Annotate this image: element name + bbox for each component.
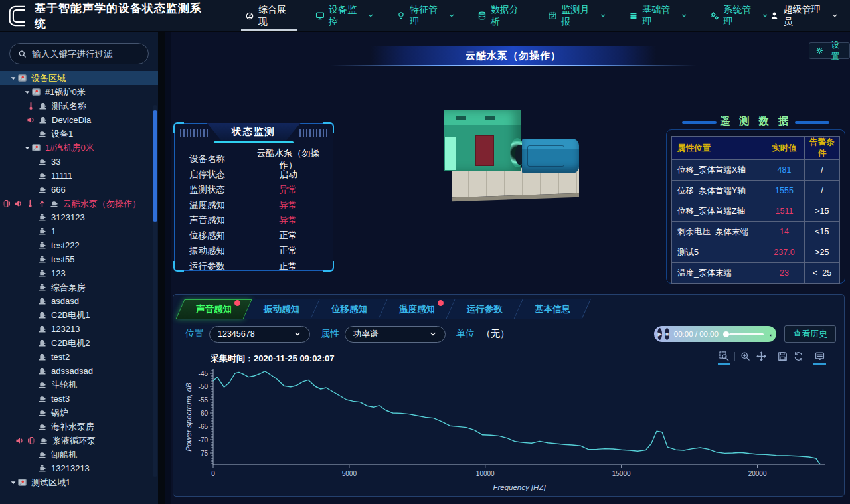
- tree-item-label: #1锅炉0米: [45, 86, 86, 98]
- caret-down-icon[interactable]: [23, 144, 31, 152]
- telemetry-row: 温度_泵体末端23<=25: [672, 263, 840, 284]
- tab-基本信息[interactable]: 基本信息: [514, 299, 590, 319]
- zoom-box-icon[interactable]: [719, 351, 730, 362]
- nav-item-6[interactable]: 系统管理: [709, 0, 770, 32]
- tree-item-asdasd[interactable]: asdasd: [0, 294, 158, 308]
- nav-item-5[interactable]: 基础管理: [628, 0, 689, 32]
- sidebar-scrollbar[interactable]: [153, 110, 157, 222]
- save-icon[interactable]: [777, 351, 788, 362]
- tree-item-666[interactable]: 666: [0, 183, 158, 197]
- tree-item-label: 1: [51, 226, 56, 236]
- volume-icon[interactable]: [769, 329, 773, 339]
- play-button[interactable]: ▶: [657, 328, 662, 340]
- status-value: 正常: [253, 230, 323, 242]
- nav-item-3[interactable]: 数据分析: [476, 0, 527, 32]
- tree-item-label: 13213213: [51, 463, 90, 473]
- chart-toolbar: [719, 351, 825, 362]
- audio-player: ▶ ■ 00:00 / 00:00: [654, 326, 776, 342]
- tree-item-#1锅炉0米[interactable]: #1锅炉0米: [0, 85, 158, 99]
- svg-text:20000: 20000: [748, 470, 767, 477]
- status-label: 设备名称: [189, 153, 253, 165]
- tree-item-11111[interactable]: 11111: [0, 169, 158, 183]
- layers-icon: [629, 11, 638, 21]
- settings-button[interactable]: 设置: [809, 42, 850, 59]
- tree-item-test55[interactable]: test55: [0, 252, 158, 266]
- svg-text:-65: -65: [199, 423, 209, 430]
- sensing-tabs: 声音感知振动感知位移感知温度感知运行参数基本信息: [180, 299, 586, 319]
- tree-item-浆液循环泵[interactable]: 浆液循环泵: [0, 434, 158, 448]
- tree-item-3123123[interactable]: 3123123: [0, 210, 158, 224]
- tree-item-123[interactable]: 123: [0, 266, 158, 280]
- svg-text:Power spectrum, dB: Power spectrum, dB: [185, 382, 193, 452]
- tree-item-label: 海补水泵房: [51, 421, 94, 433]
- bulb-icon: [396, 11, 406, 21]
- telemetry-row: 位移_泵体首端X轴481/: [672, 160, 840, 181]
- status-row: 位移感知正常: [189, 228, 323, 243]
- tree-search-input[interactable]: [32, 49, 140, 59]
- nav-item-0[interactable]: 综合展现: [244, 0, 294, 32]
- stop-button[interactable]: ■: [665, 328, 669, 340]
- tree-item-label: 666: [51, 185, 66, 195]
- tab-位移感知[interactable]: 位移感知: [311, 299, 387, 319]
- volume-slider[interactable]: [723, 331, 764, 337]
- thermometer-icon: [25, 199, 35, 209]
- tree-item-DeviceDia[interactable]: DeviceDia: [0, 113, 158, 127]
- tree-item-1[interactable]: 1: [0, 224, 158, 238]
- tree-item-海补水泵房[interactable]: 海补水泵房: [0, 420, 158, 434]
- tree-item-卸船机[interactable]: 卸船机: [0, 448, 158, 462]
- chevron-down-icon: [762, 12, 768, 19]
- zoom-plus-icon[interactable]: [740, 351, 751, 362]
- monitor-icon: [315, 11, 325, 21]
- tree-item-13213213[interactable]: 13213213: [0, 462, 158, 475]
- view-history-button[interactable]: 查看历史: [784, 325, 836, 343]
- pump-3d-model[interactable]: [433, 101, 592, 207]
- tree-item-C2B电机1[interactable]: C2B电机1: [0, 308, 158, 322]
- tree-item-test222[interactable]: test222: [0, 238, 158, 252]
- caret-down-icon[interactable]: [23, 88, 31, 96]
- tree-item-C2B电机2[interactable]: C2B电机2: [0, 336, 158, 350]
- attribute-select[interactable]: 功率谱: [345, 326, 446, 343]
- tree-item-adssadsad[interactable]: adssadsad: [0, 364, 158, 378]
- tree-item-云酷水泵（勿操作）[interactable]: 云酷水泵（勿操作）: [0, 197, 158, 210]
- device-icon: [37, 157, 47, 167]
- nav-item-1[interactable]: 设备监控: [314, 0, 375, 32]
- nav-item-label: 监测月报: [561, 4, 596, 28]
- tree-item-锅炉[interactable]: 锅炉: [0, 406, 158, 420]
- nav-item-4[interactable]: 监测月报: [547, 0, 608, 32]
- nav-item-2[interactable]: 特征管理: [395, 0, 456, 32]
- tab-运行参数[interactable]: 运行参数: [446, 299, 523, 319]
- tab-温度感知[interactable]: 温度感知: [379, 299, 455, 319]
- tree-item-label: test2: [51, 352, 70, 362]
- tree-item-label: asdasd: [51, 296, 79, 306]
- caret-down-icon[interactable]: [9, 74, 17, 82]
- tree-item-测试区域1[interactable]: 测试区域1: [0, 475, 158, 489]
- tree-item-33[interactable]: 33: [0, 155, 158, 169]
- location-select[interactable]: 12345678: [209, 326, 310, 343]
- device-title: 云酷水泵（勿操作）: [466, 50, 561, 62]
- tree-item-设备区域[interactable]: 设备区域: [0, 71, 158, 85]
- unit-value: （无）: [481, 328, 509, 340]
- device-icon: [37, 226, 47, 236]
- tree-item-1#汽机房0米[interactable]: 1#汽机房0米: [0, 141, 158, 155]
- tab-声音感知[interactable]: 声音感知: [175, 299, 252, 319]
- tree-item-test2[interactable]: test2: [0, 350, 158, 364]
- tab-振动感知[interactable]: 振动感知: [243, 299, 319, 319]
- tooltip-icon[interactable]: [814, 351, 825, 362]
- tree-item-斗轮机[interactable]: 斗轮机: [0, 378, 158, 392]
- refresh-icon[interactable]: [793, 351, 804, 362]
- status-value: 异常: [253, 214, 323, 226]
- telemetry-row: 位移_泵体首端Z轴1511>15: [672, 201, 840, 222]
- location-value: 12345678: [218, 329, 294, 339]
- tree-item-综合泵房[interactable]: 综合泵房: [0, 280, 158, 294]
- tree-item-123213[interactable]: 123213: [0, 322, 158, 336]
- tree-search-box[interactable]: [9, 43, 149, 64]
- status-value: 云酷水泵（勿操作）: [253, 147, 323, 171]
- caret-down-icon[interactable]: [9, 479, 17, 487]
- user-menu[interactable]: 超级管理员: [770, 4, 838, 28]
- tree-item-测试名称[interactable]: 测试名称: [0, 99, 158, 113]
- pan-icon[interactable]: [756, 351, 767, 362]
- telemetry-header-row: 属性位置实时值告警条件: [672, 137, 840, 160]
- tree-item-test3[interactable]: test3: [0, 392, 158, 406]
- alert-badge: [438, 300, 444, 306]
- tree-item-设备1[interactable]: 设备1: [0, 127, 158, 141]
